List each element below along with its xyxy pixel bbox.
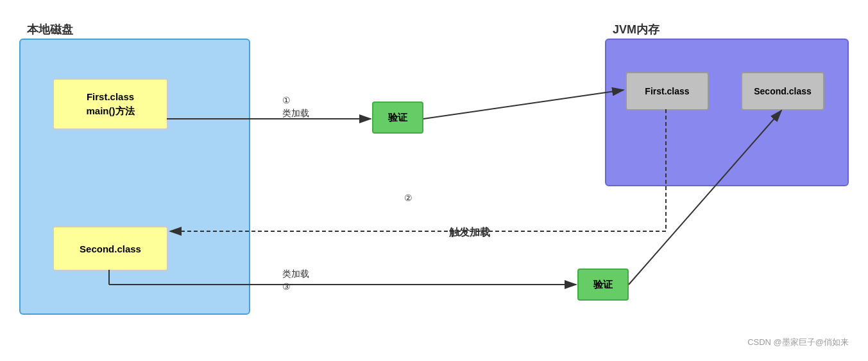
jvm-memory-region: JVM内存 First.class Second.class [605, 39, 849, 186]
first-class-file-box: First.class main()方法 [53, 78, 168, 130]
verify-box-1: 验证 [372, 101, 423, 134]
jvm-second-class-box: Second.class [741, 72, 824, 110]
first-class-line1: First.class [87, 90, 134, 105]
jvm-first-class-text: First.class [645, 86, 689, 96]
second-class-text: Second.class [80, 243, 141, 254]
jvm-first-class-box: First.class [625, 72, 709, 110]
verify-label-2: 验证 [593, 279, 613, 291]
second-class-file-box: Second.class [53, 226, 168, 271]
arrow1-circle: ① [282, 95, 291, 105]
diagram-container: 本地磁盘 First.class main()方法 Second.class J… [0, 0, 868, 361]
first-class-line2: main()方法 [87, 104, 135, 119]
arrow1-line2 [423, 90, 624, 119]
arrow1-text: 类加载 [282, 108, 309, 119]
arrow2-text: 触发加载 [449, 226, 490, 240]
arrow3-circle: ③ [282, 281, 291, 292]
verify-box-2: 验证 [577, 269, 629, 301]
arrow2-circle: ② [404, 193, 413, 203]
local-disk-region: 本地磁盘 First.class main()方法 Second.class [19, 39, 250, 315]
arrow3-text: 类加载 [282, 269, 309, 280]
jvm-memory-label: JVM内存 [613, 22, 660, 37]
watermark: CSDN @墨家巨子@俏如来 [747, 337, 849, 348]
local-disk-label: 本地磁盘 [27, 22, 73, 37]
verify-label-1: 验证 [388, 112, 407, 124]
jvm-second-class-text: Second.class [754, 86, 812, 96]
